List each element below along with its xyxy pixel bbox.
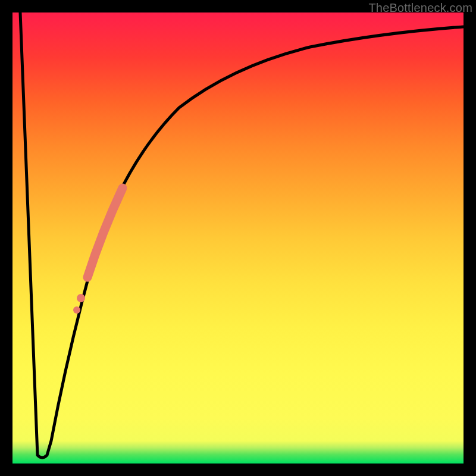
curve-path — [20, 12, 464, 458]
plot-area — [12, 12, 464, 464]
bottleneck-curve — [12, 12, 464, 464]
highlight-dot-2 — [73, 306, 80, 314]
highlight-segment — [87, 188, 123, 277]
watermark-text: TheBottleneck.com — [368, 1, 472, 15]
highlight-dot-1 — [77, 294, 85, 302]
chart-frame: TheBottleneck.com — [0, 0, 476, 476]
